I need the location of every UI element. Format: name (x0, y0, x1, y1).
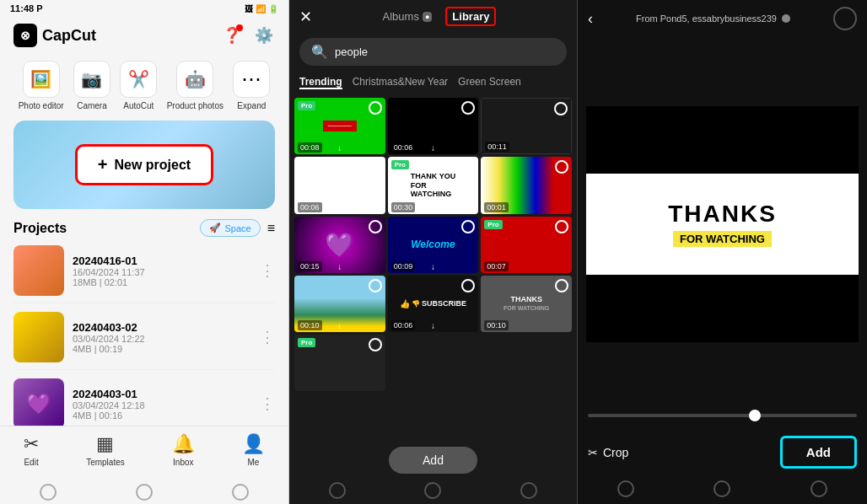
albums-badge: ● (423, 12, 432, 22)
select-circle[interactable] (369, 220, 382, 233)
qa-product-photos[interactable]: 🤖 Product photos (167, 61, 223, 110)
select-circle[interactable] (555, 220, 568, 233)
select-circle[interactable] (369, 101, 382, 115)
back-circle[interactable] (40, 484, 57, 501)
media-item[interactable]: Pro 00:07 (481, 217, 572, 273)
qa-product-label: Product photos (167, 101, 223, 110)
qa-expand[interactable]: ⋯ Expand (233, 61, 270, 110)
project-thumbnail: 💜 (13, 378, 64, 426)
media-item[interactable]: Welcome 00:09 ↓ (388, 217, 479, 273)
recents-circle[interactable] (810, 480, 827, 497)
select-circle[interactable] (461, 220, 475, 233)
close-button[interactable]: ✕ (299, 8, 312, 26)
product-photos-icon: 🤖 (176, 61, 213, 98)
cat-greenscreen[interactable]: Green Screen (458, 76, 521, 89)
settings-button[interactable]: ⚙️ (253, 24, 275, 46)
media-item[interactable]: Pro ───── 00:08 ↓ (294, 98, 385, 154)
media-duration: 00:08 (298, 142, 322, 153)
media-item[interactable]: THANKSFOR WATCHING 00:10 (481, 276, 572, 332)
media-item[interactable]: Pro (294, 335, 385, 391)
new-project-button[interactable]: + New project (75, 144, 213, 185)
select-circle[interactable] (369, 338, 382, 351)
add-preview-button[interactable]: Add (780, 436, 857, 469)
project-more-button[interactable]: ⋮ (260, 328, 275, 346)
new-project-area: + New project (13, 121, 275, 209)
projects-header: Projects 🚀 Space ≡ (13, 219, 275, 237)
select-circle[interactable] (461, 160, 475, 174)
media-item[interactable]: 00:01 (481, 157, 572, 213)
help-button[interactable]: ❓ (221, 24, 243, 46)
expand-icon: ⋯ (233, 61, 270, 98)
select-circle[interactable] (554, 102, 568, 115)
project-size: 4MB | 00:16 (73, 410, 251, 421)
nav-edit[interactable]: ✂ Edit (24, 433, 39, 467)
tab-library[interactable]: Library (445, 7, 496, 26)
media-item[interactable]: 00:11 (481, 98, 572, 154)
select-circle[interactable] (369, 279, 382, 292)
video-content-area: THANKS FOR WATCHING (586, 174, 859, 275)
select-circle[interactable] (555, 160, 568, 174)
search-input[interactable] (335, 46, 555, 58)
space-icon: 🚀 (209, 223, 221, 233)
select-circle[interactable] (369, 160, 382, 174)
cat-trending[interactable]: Trending (299, 76, 342, 89)
nav-edit-label: Edit (24, 458, 38, 467)
panel-preview: ‹ From Pond5, essabrybusiness239 THANKS … (578, 0, 867, 504)
project-info: 20240416-01 16/04/2024 11:37 18MB | 02:0… (73, 255, 251, 287)
media-item[interactable]: 00:06 ↓ (294, 157, 385, 213)
preview-actions: ✂ Crop Add (578, 431, 867, 475)
inbox-icon: 🔔 (172, 433, 195, 455)
timeline-thumb[interactable] (749, 410, 761, 421)
library-bottom: Add (289, 440, 577, 477)
bottom-nav: ✂ Edit ▦ Templates 🔔 Inbox 👤 Me (0, 426, 288, 480)
cat-christmas[interactable]: Christmas&New Year (353, 76, 448, 89)
media-grid: Pro ───── 00:08 ↓ 00:06 ↓ 00:11 (289, 94, 577, 440)
recents-circle[interactable] (232, 484, 249, 501)
pro-badge: Pro (391, 160, 409, 169)
download-arrow: ↓ (431, 203, 435, 212)
sort-icon[interactable]: ≡ (267, 221, 275, 236)
project-size: 18MB | 02:01 (73, 277, 251, 287)
autocut-icon: ✂️ (120, 61, 157, 98)
tab-albums[interactable]: Albums ● (383, 7, 433, 26)
project-date: 16/04/2024 11:37 (73, 267, 251, 277)
home-circle[interactable] (424, 482, 441, 499)
home-circle[interactable] (714, 480, 730, 497)
capcut-logo-icon: ⊗ (13, 24, 37, 47)
add-button[interactable]: Add (389, 447, 477, 474)
select-circle[interactable] (461, 279, 475, 292)
media-item[interactable]: 00:10 ↓ (294, 276, 385, 332)
home-circle[interactable] (136, 484, 153, 501)
project-more-button[interactable]: ⋮ (260, 394, 275, 413)
recents-circle[interactable] (520, 482, 537, 499)
source-dot (782, 14, 790, 23)
project-more-button[interactable]: ⋮ (260, 261, 275, 280)
media-item[interactable]: Pro THANK YOUFORWATCHING 00:30 ↓ (388, 157, 479, 213)
tab-library-label: Library (452, 10, 489, 23)
media-duration: 00:30 (391, 202, 416, 212)
crop-button[interactable]: ✂ Crop (588, 446, 628, 459)
media-item[interactable]: 💜 00:15 ↓ (294, 217, 385, 273)
media-item[interactable]: 00:06 ↓ (388, 98, 479, 154)
qa-photo-editor[interactable]: 🖼️ Photo editor (19, 61, 64, 110)
back-circle[interactable] (617, 480, 634, 497)
nav-inbox[interactable]: 🔔 Inbox (172, 433, 195, 467)
media-duration: 00:06 (298, 202, 322, 212)
space-badge[interactable]: 🚀 Space (200, 219, 260, 237)
qa-autocut[interactable]: ✂️ AutoCut (120, 61, 157, 110)
back-circle[interactable] (329, 482, 346, 499)
back-arrow[interactable]: ‹ (588, 10, 593, 28)
select-circle[interactable] (555, 279, 568, 292)
project-name: 20240403-01 (73, 388, 251, 400)
media-duration: 00:11 (485, 142, 509, 152)
space-label: Space (224, 223, 250, 233)
qa-camera[interactable]: 📷 Camera (73, 61, 110, 110)
media-duration: 00:09 (391, 261, 416, 271)
media-duration: 00:10 (298, 320, 322, 330)
nav-templates[interactable]: ▦ Templates (86, 433, 125, 467)
select-circle[interactable] (461, 101, 475, 115)
preview-action-circle[interactable] (833, 7, 857, 30)
qa-camera-label: Camera (77, 101, 107, 110)
media-item[interactable]: 👍 👎 SUBSCRIBE 00:06 ↓ (388, 276, 479, 332)
nav-me[interactable]: 👤 Me (242, 433, 265, 467)
